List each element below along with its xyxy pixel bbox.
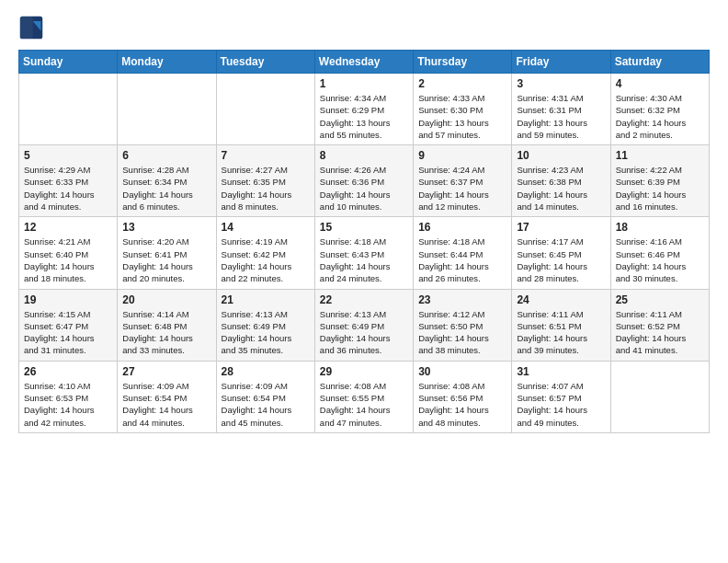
calendar-cell: 12Sunrise: 4:21 AM Sunset: 6:40 PM Dayli… xyxy=(19,217,118,289)
day-info: Sunrise: 4:28 AM Sunset: 6:34 PM Dayligh… xyxy=(122,164,210,213)
calendar-header-row: SundayMondayTuesdayWednesdayThursdayFrid… xyxy=(19,51,710,74)
calendar-cell: 7Sunrise: 4:27 AM Sunset: 6:35 PM Daylig… xyxy=(216,145,314,217)
day-info: Sunrise: 4:17 AM Sunset: 6:45 PM Dayligh… xyxy=(517,236,605,284)
calendar-cell: 25Sunrise: 4:11 AM Sunset: 6:52 PM Dayli… xyxy=(610,289,709,361)
calendar-day-header: Tuesday xyxy=(216,51,314,74)
calendar-week-row: 12Sunrise: 4:21 AM Sunset: 6:40 PM Dayli… xyxy=(19,217,710,289)
calendar-day-header: Thursday xyxy=(414,51,512,74)
day-number: 31 xyxy=(517,365,605,378)
day-info: Sunrise: 4:14 AM Sunset: 6:48 PM Dayligh… xyxy=(122,308,210,357)
day-info: Sunrise: 4:15 AM Sunset: 6:47 PM Dayligh… xyxy=(24,308,112,357)
day-number: 21 xyxy=(222,293,310,306)
day-number: 14 xyxy=(222,221,310,234)
day-number: 20 xyxy=(122,293,210,306)
day-info: Sunrise: 4:16 AM Sunset: 6:46 PM Dayligh… xyxy=(616,236,704,284)
day-info: Sunrise: 4:09 AM Sunset: 6:54 PM Dayligh… xyxy=(222,380,310,429)
day-number: 7 xyxy=(222,149,310,162)
calendar-cell: 27Sunrise: 4:09 AM Sunset: 6:54 PM Dayli… xyxy=(118,361,216,432)
calendar-cell: 14Sunrise: 4:19 AM Sunset: 6:42 PM Dayli… xyxy=(216,217,314,289)
day-info: Sunrise: 4:09 AM Sunset: 6:54 PM Dayligh… xyxy=(122,380,210,429)
day-number: 26 xyxy=(24,365,112,378)
calendar-day-header: Sunday xyxy=(19,51,118,74)
svg-rect-2 xyxy=(20,17,33,40)
calendar-cell: 24Sunrise: 4:11 AM Sunset: 6:51 PM Dayli… xyxy=(512,289,610,361)
logo xyxy=(18,15,48,40)
calendar-cell: 29Sunrise: 4:08 AM Sunset: 6:55 PM Dayli… xyxy=(314,361,413,432)
day-number: 28 xyxy=(222,365,310,378)
day-number: 29 xyxy=(320,365,408,378)
day-info: Sunrise: 4:21 AM Sunset: 6:40 PM Dayligh… xyxy=(24,236,112,284)
calendar-cell: 1Sunrise: 4:34 AM Sunset: 6:29 PM Daylig… xyxy=(314,74,413,145)
day-info: Sunrise: 4:23 AM Sunset: 6:38 PM Dayligh… xyxy=(517,164,605,213)
calendar-cell: 11Sunrise: 4:22 AM Sunset: 6:39 PM Dayli… xyxy=(610,145,709,217)
calendar-cell: 10Sunrise: 4:23 AM Sunset: 6:38 PM Dayli… xyxy=(512,145,610,217)
day-info: Sunrise: 4:24 AM Sunset: 6:37 PM Dayligh… xyxy=(418,164,506,213)
calendar: SundayMondayTuesdayWednesdayThursdayFrid… xyxy=(18,50,710,433)
day-number: 18 xyxy=(616,221,704,234)
calendar-cell: 16Sunrise: 4:18 AM Sunset: 6:44 PM Dayli… xyxy=(414,217,512,289)
day-info: Sunrise: 4:08 AM Sunset: 6:56 PM Dayligh… xyxy=(418,380,506,429)
calendar-cell: 15Sunrise: 4:18 AM Sunset: 6:43 PM Dayli… xyxy=(314,217,413,289)
day-number: 15 xyxy=(320,221,408,234)
day-number: 6 xyxy=(122,149,210,162)
day-info: Sunrise: 4:11 AM Sunset: 6:51 PM Dayligh… xyxy=(517,308,605,357)
calendar-week-row: 5Sunrise: 4:29 AM Sunset: 6:33 PM Daylig… xyxy=(19,145,710,217)
day-number: 4 xyxy=(616,77,704,90)
calendar-day-header: Saturday xyxy=(610,51,709,74)
day-number: 3 xyxy=(517,77,605,90)
day-info: Sunrise: 4:18 AM Sunset: 6:43 PM Dayligh… xyxy=(320,236,408,284)
day-number: 27 xyxy=(122,365,210,378)
day-number: 12 xyxy=(24,221,112,234)
day-info: Sunrise: 4:31 AM Sunset: 6:31 PM Dayligh… xyxy=(517,92,605,141)
day-info: Sunrise: 4:33 AM Sunset: 6:30 PM Dayligh… xyxy=(418,92,506,141)
day-number: 23 xyxy=(418,293,506,306)
day-number: 16 xyxy=(418,221,506,234)
calendar-cell: 19Sunrise: 4:15 AM Sunset: 6:47 PM Dayli… xyxy=(19,289,118,361)
day-number: 25 xyxy=(616,293,704,306)
calendar-cell: 22Sunrise: 4:13 AM Sunset: 6:49 PM Dayli… xyxy=(314,289,413,361)
day-info: Sunrise: 4:08 AM Sunset: 6:55 PM Dayligh… xyxy=(320,380,408,429)
calendar-cell: 26Sunrise: 4:10 AM Sunset: 6:53 PM Dayli… xyxy=(19,361,118,432)
calendar-cell: 17Sunrise: 4:17 AM Sunset: 6:45 PM Dayli… xyxy=(512,217,610,289)
day-info: Sunrise: 4:13 AM Sunset: 6:49 PM Dayligh… xyxy=(320,308,408,357)
day-number: 22 xyxy=(320,293,408,306)
day-number: 2 xyxy=(418,77,506,90)
calendar-week-row: 1Sunrise: 4:34 AM Sunset: 6:29 PM Daylig… xyxy=(19,74,710,145)
calendar-cell: 2Sunrise: 4:33 AM Sunset: 6:30 PM Daylig… xyxy=(414,74,512,145)
day-info: Sunrise: 4:30 AM Sunset: 6:32 PM Dayligh… xyxy=(616,92,704,141)
day-info: Sunrise: 4:34 AM Sunset: 6:29 PM Dayligh… xyxy=(320,92,408,141)
calendar-cell: 21Sunrise: 4:13 AM Sunset: 6:49 PM Dayli… xyxy=(216,289,314,361)
calendar-cell: 4Sunrise: 4:30 AM Sunset: 6:32 PM Daylig… xyxy=(610,74,709,145)
logo-icon xyxy=(18,15,44,40)
header xyxy=(18,15,710,40)
calendar-day-header: Friday xyxy=(512,51,610,74)
day-info: Sunrise: 4:13 AM Sunset: 6:49 PM Dayligh… xyxy=(222,308,310,357)
calendar-cell: 5Sunrise: 4:29 AM Sunset: 6:33 PM Daylig… xyxy=(19,145,118,217)
day-number: 9 xyxy=(418,149,506,162)
day-info: Sunrise: 4:18 AM Sunset: 6:44 PM Dayligh… xyxy=(418,236,506,284)
day-number: 8 xyxy=(320,149,408,162)
calendar-cell: 18Sunrise: 4:16 AM Sunset: 6:46 PM Dayli… xyxy=(610,217,709,289)
calendar-day-header: Monday xyxy=(118,51,216,74)
calendar-cell: 9Sunrise: 4:24 AM Sunset: 6:37 PM Daylig… xyxy=(414,145,512,217)
calendar-week-row: 26Sunrise: 4:10 AM Sunset: 6:53 PM Dayli… xyxy=(19,361,710,432)
calendar-cell xyxy=(19,74,118,145)
calendar-cell: 23Sunrise: 4:12 AM Sunset: 6:50 PM Dayli… xyxy=(414,289,512,361)
calendar-day-header: Wednesday xyxy=(314,51,413,74)
day-number: 17 xyxy=(517,221,605,234)
calendar-cell xyxy=(118,74,216,145)
day-number: 1 xyxy=(320,77,408,90)
calendar-cell xyxy=(610,361,709,432)
day-number: 24 xyxy=(517,293,605,306)
calendar-week-row: 19Sunrise: 4:15 AM Sunset: 6:47 PM Dayli… xyxy=(19,289,710,361)
calendar-cell: 20Sunrise: 4:14 AM Sunset: 6:48 PM Dayli… xyxy=(118,289,216,361)
day-number: 5 xyxy=(24,149,112,162)
calendar-cell: 13Sunrise: 4:20 AM Sunset: 6:41 PM Dayli… xyxy=(118,217,216,289)
day-number: 19 xyxy=(24,293,112,306)
day-info: Sunrise: 4:26 AM Sunset: 6:36 PM Dayligh… xyxy=(320,164,408,213)
day-info: Sunrise: 4:12 AM Sunset: 6:50 PM Dayligh… xyxy=(418,308,506,357)
day-info: Sunrise: 4:27 AM Sunset: 6:35 PM Dayligh… xyxy=(222,164,310,213)
day-info: Sunrise: 4:11 AM Sunset: 6:52 PM Dayligh… xyxy=(616,308,704,357)
day-number: 11 xyxy=(616,149,704,162)
day-info: Sunrise: 4:20 AM Sunset: 6:41 PM Dayligh… xyxy=(122,236,210,284)
